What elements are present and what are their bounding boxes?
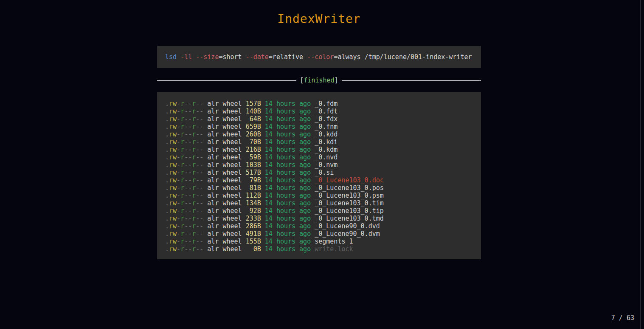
file-name: _0.fnm [311, 123, 337, 130]
permission-char: - [196, 138, 200, 146]
file-size: 79B [242, 176, 261, 184]
permission-char: - [184, 161, 188, 169]
command-segment: =relative [269, 53, 303, 61]
command-segment: =short [219, 53, 242, 61]
file-size: 155B [242, 238, 261, 245]
file-owner: alr [203, 230, 219, 238]
permission-char: - [184, 238, 188, 245]
file-size: 134B [242, 199, 261, 207]
file-date: 14 hours ago [261, 153, 311, 161]
file-size: 157B [242, 100, 261, 108]
permission-char: r [180, 207, 184, 215]
permission-char: r [192, 245, 196, 253]
file-size: 92B [242, 207, 261, 215]
permission-char: r [169, 123, 173, 130]
permission-char: r [192, 199, 196, 207]
permission-char: - [188, 130, 192, 138]
permission-char: - [177, 207, 180, 215]
file-name: _0_Lucene90_0.dvm [311, 230, 380, 238]
permission-char: r [192, 192, 196, 199]
permission-char: - [184, 184, 188, 192]
permission-char: r [180, 169, 184, 176]
file-date: 14 hours ago [261, 123, 311, 130]
file-owner: alr [203, 130, 219, 138]
permission-char: - [184, 115, 188, 123]
file-size: 112B [242, 192, 261, 199]
file-group: wheel [219, 245, 242, 253]
permission-char: - [188, 192, 192, 199]
command-segment [361, 53, 365, 61]
file-owner: alr [203, 153, 219, 161]
permission-char: - [188, 215, 192, 222]
file-row: .rw-r--r-- alr wheel 216B 14 hours ago _… [165, 146, 481, 153]
permission-char: r [180, 161, 184, 169]
permission-char: - [188, 169, 192, 176]
permission-char: r [180, 146, 184, 153]
file-name: _0_Lucene103_0.tmd [311, 215, 384, 222]
permission-char: r [180, 245, 184, 253]
file-owner: alr [203, 169, 219, 176]
permission-char: - [196, 146, 200, 153]
permission-char: - [200, 245, 203, 253]
file-group: wheel [219, 130, 242, 138]
permission-char: r [169, 161, 173, 169]
permission-char: r [192, 169, 196, 176]
permission-char: - [196, 115, 200, 123]
file-name: _0.kdm [311, 146, 337, 153]
file-group: wheel [219, 192, 242, 199]
permission-char: r [180, 108, 184, 115]
permission-char: . [165, 199, 169, 207]
permission-char: - [200, 169, 203, 176]
permission-char: - [188, 100, 192, 108]
file-group: wheel [219, 138, 242, 146]
permission-char: - [188, 230, 192, 238]
permission-char: w [173, 230, 177, 238]
permission-char: r [192, 115, 196, 123]
file-date: 14 hours ago [261, 176, 311, 184]
permission-char: - [200, 199, 203, 207]
file-group: wheel [219, 199, 242, 207]
permission-char: - [196, 238, 200, 245]
permission-char: - [184, 192, 188, 199]
permission-char: - [177, 138, 180, 146]
file-name: _0_Lucene103_0.tip [311, 207, 384, 215]
file-group: wheel [219, 123, 242, 130]
permission-char: . [165, 238, 169, 245]
permission-char: . [165, 161, 169, 169]
permission-char: - [177, 153, 180, 161]
permission-char: r [169, 215, 173, 222]
permission-char: - [200, 215, 203, 222]
permission-char: - [188, 138, 192, 146]
file-group: wheel [219, 153, 242, 161]
permission-char: . [165, 207, 169, 215]
permission-char: - [188, 245, 192, 253]
file-group: wheel [219, 146, 242, 153]
status-text: finished [304, 77, 334, 84]
permission-char: - [196, 130, 200, 138]
file-group: wheel [219, 207, 242, 215]
command-segment: --size [196, 53, 219, 61]
permission-char: r [180, 138, 184, 146]
file-name: _0_Lucene103_0.psm [311, 192, 384, 199]
permission-char: w [173, 138, 177, 146]
permission-char: r [192, 207, 196, 215]
file-group: wheel [219, 230, 242, 238]
permission-char: - [200, 115, 203, 123]
file-name: _0.kdi [311, 138, 337, 146]
permission-char: r [169, 192, 173, 199]
permission-char: - [200, 207, 203, 215]
permission-char: - [184, 245, 188, 253]
permission-char: r [169, 169, 173, 176]
permission-char: - [200, 138, 203, 146]
file-owner: alr [203, 176, 219, 184]
permission-char: r [169, 130, 173, 138]
permission-char: . [165, 184, 169, 192]
file-size: 64B [242, 115, 261, 123]
permission-char: r [169, 115, 173, 123]
file-size: 216B [242, 146, 261, 153]
file-group: wheel [219, 115, 242, 123]
permission-char: . [165, 115, 169, 123]
command-segment [177, 53, 180, 61]
permission-char: r [192, 100, 196, 108]
file-row: .rw-r--r-- alr wheel 103B 14 hours ago _… [165, 161, 481, 169]
